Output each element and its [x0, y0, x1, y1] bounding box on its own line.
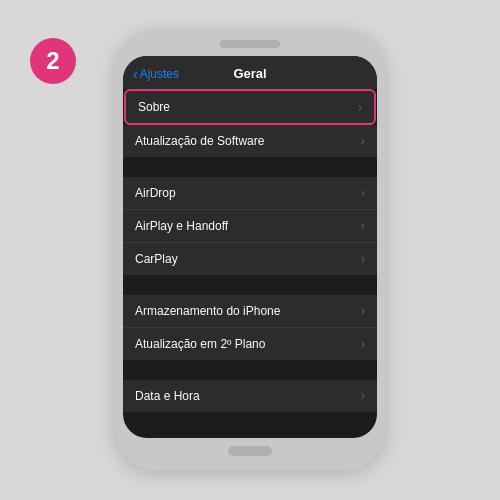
item-label-sobre: Sobre	[138, 100, 170, 114]
scene: 2 ‹ Ajustes Geral Sobre ›	[0, 0, 500, 500]
settings-list: Sobre › Atualização de Software › AirDro…	[123, 89, 377, 438]
chevron-icon-carplay: ›	[361, 252, 365, 266]
item-label-airplay-handoff: AirPlay e Handoff	[135, 219, 228, 233]
item-label-airdrop: AirDrop	[135, 186, 176, 200]
item-label-atualizacao-plano: Atualização em 2º Plano	[135, 337, 265, 351]
phone-frame: ‹ Ajustes Geral Sobre › Atualização de S…	[115, 30, 385, 470]
item-label-carplay: CarPlay	[135, 252, 178, 266]
menu-item-carplay[interactable]: CarPlay ›	[123, 243, 377, 275]
section-4: Data e Hora ›	[123, 380, 377, 412]
item-label-data-hora: Data e Hora	[135, 389, 200, 403]
menu-item-armazenamento[interactable]: Armazenamento do iPhone ›	[123, 295, 377, 328]
section-divider-3	[123, 362, 377, 380]
step-badge: 2	[30, 38, 76, 84]
chevron-icon-airdrop: ›	[361, 186, 365, 200]
section-divider-2	[123, 277, 377, 295]
back-chevron-icon: ‹	[133, 66, 138, 82]
menu-item-airplay-handoff[interactable]: AirPlay e Handoff ›	[123, 210, 377, 243]
menu-item-airdrop[interactable]: AirDrop ›	[123, 177, 377, 210]
section-2: AirDrop › AirPlay e Handoff › CarPlay ›	[123, 177, 377, 275]
item-label-armazenamento: Armazenamento do iPhone	[135, 304, 280, 318]
chevron-icon-airplay-handoff: ›	[361, 219, 365, 233]
nav-title: Geral	[233, 66, 266, 81]
section-divider-1	[123, 159, 377, 177]
back-label: Ajustes	[140, 67, 179, 81]
chevron-icon-data-hora: ›	[361, 389, 365, 403]
chevron-icon-sobre: ›	[358, 100, 362, 114]
menu-item-sobre[interactable]: Sobre ›	[124, 89, 376, 125]
section-3: Armazenamento do iPhone › Atualização em…	[123, 295, 377, 360]
chevron-icon-atualizacao-plano: ›	[361, 337, 365, 351]
phone-speaker	[220, 40, 280, 48]
step-number: 2	[46, 47, 59, 75]
chevron-icon-atualizacao-software: ›	[361, 134, 365, 148]
phone-screen: ‹ Ajustes Geral Sobre › Atualização de S…	[123, 56, 377, 438]
section-1: Sobre › Atualização de Software ›	[123, 89, 377, 157]
phone-home-button[interactable]	[228, 446, 272, 456]
menu-item-atualizacao-plano[interactable]: Atualização em 2º Plano ›	[123, 328, 377, 360]
nav-bar: ‹ Ajustes Geral	[123, 56, 377, 89]
chevron-icon-armazenamento: ›	[361, 304, 365, 318]
menu-item-data-hora[interactable]: Data e Hora ›	[123, 380, 377, 412]
item-label-atualizacao-software: Atualização de Software	[135, 134, 264, 148]
menu-item-atualizacao-software[interactable]: Atualização de Software ›	[123, 125, 377, 157]
nav-back-button[interactable]: ‹ Ajustes	[133, 66, 179, 82]
